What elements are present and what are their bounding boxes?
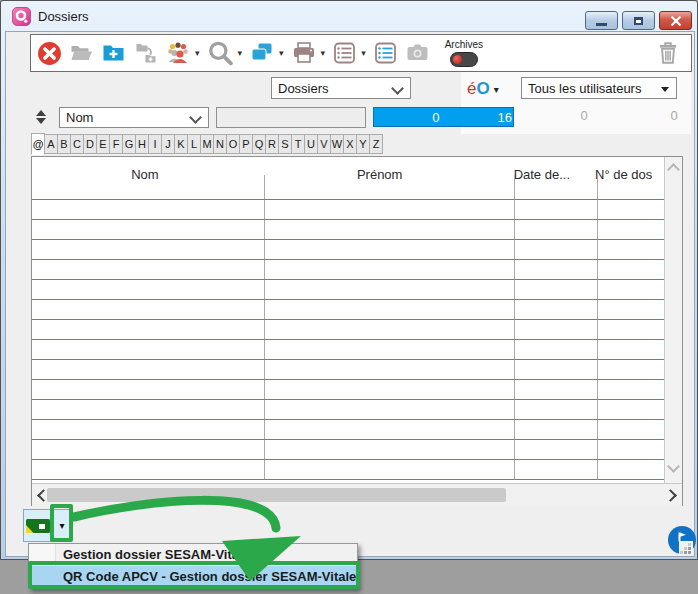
sort-up-icon	[36, 110, 46, 116]
window-controls	[585, 11, 692, 30]
screen: Dossiers	[0, 0, 698, 594]
maximize-button[interactable]	[622, 11, 655, 30]
users-select[interactable]: Tous les utilisateurs	[521, 77, 677, 99]
search-input[interactable]	[216, 107, 366, 128]
column-header-1[interactable]: Nom	[32, 157, 258, 199]
maximize-icon	[634, 17, 643, 25]
alphabet-tab-U[interactable]: U	[304, 134, 318, 154]
search-button[interactable]	[207, 40, 234, 66]
close-button[interactable]	[659, 11, 692, 30]
alphabet-tab-V[interactable]: V	[317, 134, 331, 154]
alphabet-tab-M[interactable]: M	[200, 134, 214, 154]
duplicate-button[interactable]	[249, 41, 275, 65]
minimize-button[interactable]	[585, 11, 618, 30]
vertical-scrollbar[interactable]	[664, 157, 682, 483]
scroll-down-icon[interactable]	[667, 460, 680, 473]
scope-select[interactable]: Dossiers	[271, 77, 411, 99]
table-row	[32, 260, 664, 280]
tertiary-counter: 0	[649, 108, 698, 123]
search-dropdown-icon[interactable]: ▾	[238, 48, 243, 58]
column-header-2[interactable]: Prénom	[258, 157, 501, 199]
scrollbar-thumb[interactable]	[47, 488, 506, 502]
chevron-down-icon	[391, 82, 404, 95]
move-dossier-button[interactable]	[133, 41, 158, 65]
alphabet-tab-B[interactable]: B	[57, 134, 71, 154]
alphabet-tab-O[interactable]: O	[226, 134, 240, 154]
delete-dossier-button[interactable]	[37, 41, 62, 66]
alphabet-tab-A[interactable]: A	[44, 134, 58, 154]
detail-view-icon	[373, 41, 398, 65]
alphabet-tab-I[interactable]: I	[148, 134, 162, 154]
alphabet-tab-L[interactable]: L	[187, 134, 201, 154]
open-folder-icon	[69, 41, 94, 65]
delete-icon	[37, 41, 62, 66]
alphabet-tab-W[interactable]: W	[330, 134, 344, 154]
alphabet-tab-R[interactable]: R	[265, 134, 279, 154]
archives-group: Archives	[445, 39, 483, 67]
alphabet-tab-N[interactable]: N	[213, 134, 227, 154]
list-view-dropdown-icon[interactable]: ▾	[361, 48, 366, 58]
table-row	[32, 400, 664, 420]
detail-view-button[interactable]	[373, 41, 398, 65]
new-dossier-button[interactable]	[101, 41, 126, 65]
open-dossier-button[interactable]	[69, 41, 94, 65]
duplicate-icon	[249, 41, 275, 65]
alphabet-tab-T[interactable]: T	[291, 134, 305, 154]
alphabet-tab-E[interactable]: E	[96, 134, 110, 154]
alphabet-tab-G[interactable]: G	[122, 134, 136, 154]
horizontal-scrollbar[interactable]	[32, 483, 682, 506]
print-dropdown-icon[interactable]: ▾	[321, 48, 326, 58]
alphabet-tab-C[interactable]: C	[70, 134, 84, 154]
table-row	[32, 200, 664, 220]
vitale-card-icon	[25, 517, 51, 535]
scope-select-value: Dossiers	[278, 81, 329, 96]
alphabet-tab-S[interactable]: S	[278, 134, 292, 154]
app-icon	[12, 7, 31, 26]
alphabet-tab-P[interactable]: P	[239, 134, 253, 154]
scroll-right-icon[interactable]	[664, 489, 677, 502]
close-icon	[670, 16, 682, 26]
table-body	[32, 199, 664, 480]
archives-toggle[interactable]	[450, 52, 478, 67]
alphabet-tab-Z[interactable]: Z	[369, 134, 383, 154]
alphabet-tab-D[interactable]: D	[83, 134, 97, 154]
field-select[interactable]: Nom	[59, 107, 209, 128]
search-icon	[207, 40, 234, 66]
contacts-button[interactable]	[165, 41, 191, 65]
eo-menu-button[interactable]: éO ▾	[467, 77, 499, 101]
archives-label: Archives	[445, 39, 483, 50]
window-title: Dossiers	[38, 9, 89, 24]
minimize-icon	[596, 23, 607, 26]
contacts-dropdown-icon[interactable]: ▾	[195, 48, 200, 58]
column-header-4[interactable]: N° de dos	[582, 157, 665, 199]
users-select-value: Tous les utilisateurs	[528, 81, 641, 96]
vitale-card-button[interactable]	[23, 509, 53, 542]
field-select-value: Nom	[66, 110, 93, 125]
list-view-button[interactable]	[332, 41, 357, 65]
table-row	[32, 360, 664, 380]
alphabet-tab-Y[interactable]: Y	[356, 134, 370, 154]
alphabet-tab-K[interactable]: K	[174, 134, 188, 154]
alphabet-tab-Q[interactable]: Q	[252, 134, 266, 154]
users-dropdown-icon	[661, 87, 669, 92]
duplicate-dropdown-icon[interactable]: ▾	[279, 48, 284, 58]
alphabet-tab-F[interactable]: F	[109, 134, 123, 154]
sort-order-button[interactable]	[33, 108, 49, 126]
print-button[interactable]	[291, 41, 317, 65]
alphabet-tab-@[interactable]: @	[31, 133, 45, 155]
photo-button[interactable]	[405, 41, 430, 65]
table-row	[32, 420, 664, 440]
camera-icon	[405, 41, 430, 65]
move-folder-icon	[133, 41, 158, 65]
trash-button[interactable]	[655, 40, 681, 66]
selection-start-value: 0	[374, 110, 498, 125]
alphabet-tab-J[interactable]: J	[161, 134, 175, 154]
main-toolbar: ▾ ▾ ▾ ▾	[30, 34, 692, 72]
scroll-up-icon[interactable]	[667, 163, 680, 176]
alphabet-tab-X[interactable]: X	[343, 134, 357, 154]
new-folder-icon	[101, 41, 126, 65]
selection-end-value: 16	[498, 110, 513, 125]
contacts-icon	[165, 41, 191, 65]
alphabet-tab-H[interactable]: H	[135, 134, 149, 154]
trash-icon	[655, 40, 681, 66]
